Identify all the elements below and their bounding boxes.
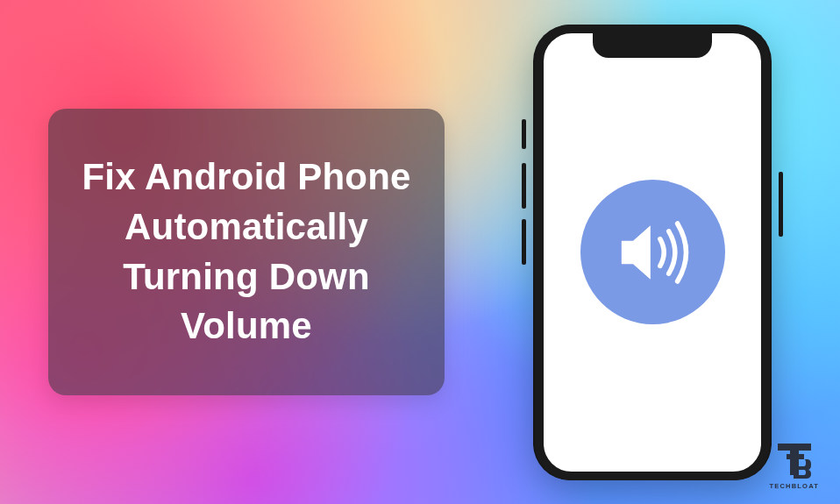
phone-illustration — [535, 25, 770, 480]
brand-name: TECHBLOAT — [770, 482, 820, 490]
brand-logo-mark — [774, 438, 815, 480]
speaker-badge — [580, 180, 725, 324]
phone-power-button — [779, 172, 783, 237]
brand-logo: TECHBLOAT — [770, 438, 820, 490]
headline-panel: Fix Android Phone Automatically Turning … — [48, 109, 445, 395]
phone-notch — [593, 32, 712, 58]
phone-volume-down — [522, 219, 526, 265]
phone-frame — [535, 25, 770, 480]
main-content: Fix Android Phone Automatically Turning … — [0, 0, 840, 504]
headline-text: Fix Android Phone Automatically Turning … — [82, 153, 411, 351]
speaker-icon — [604, 204, 701, 301]
phone-mute-switch — [522, 119, 526, 149]
phone-volume-up — [522, 163, 526, 209]
